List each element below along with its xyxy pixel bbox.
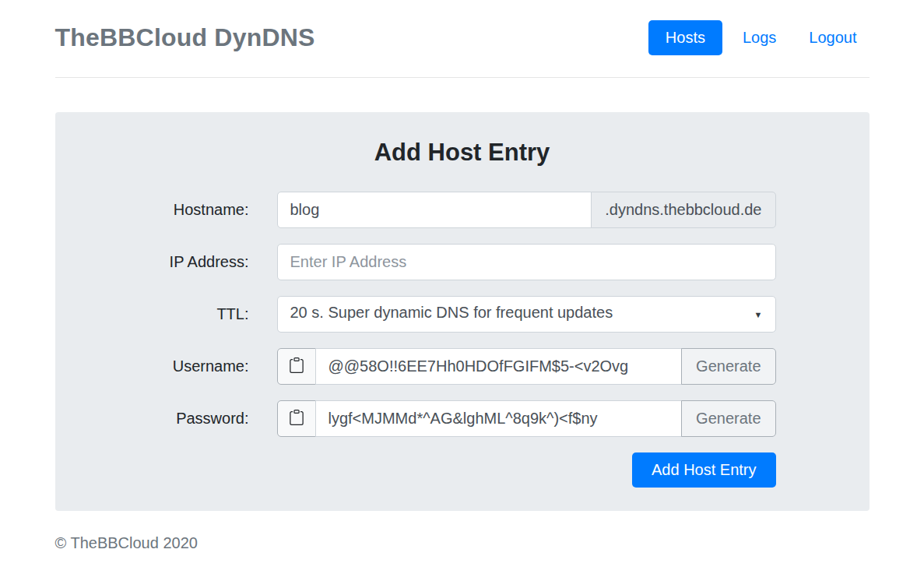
ttl-select[interactable]: 20 s. Super dynamic DNS for frequent upd… [277,296,776,333]
clipboard-icon [289,409,304,428]
hostname-input[interactable] [277,192,592,228]
submit-row: Add Host Entry [55,452,776,488]
clipboard-icon [289,357,304,376]
nav-logs-link[interactable]: Logs [730,20,789,55]
password-row: Password: Generate [55,400,870,437]
password-label: Password: [55,410,277,428]
username-label: Username: [55,357,277,375]
form-title: Add Host Entry [55,139,870,167]
password-control: Generate [277,400,776,437]
password-copy-button[interactable] [277,400,316,437]
nav-hosts-button[interactable]: Hosts [648,20,722,55]
password-generate-button[interactable]: Generate [681,400,775,437]
nav-logout-link[interactable]: Logout [796,20,869,55]
username-generate-button[interactable]: Generate [681,348,775,385]
ip-address-row: IP Address: [55,244,870,280]
app-title: TheBBCloud DynDNS [55,23,315,52]
ttl-label: TTL: [55,305,277,323]
ttl-row: TTL: 20 s. Super dynamic DNS for frequen… [55,296,870,333]
username-control: Generate [277,348,776,385]
password-input[interactable] [315,400,683,437]
ip-address-input[interactable] [277,244,776,280]
username-row: Username: Generate [55,348,870,385]
ip-address-label: IP Address: [55,253,277,271]
hostname-row: Hostname: .dyndns.thebbcloud.de [55,192,870,228]
footer-copyright: © TheBBCloud 2020 [55,534,870,552]
ttl-selected-option: 20 s. Super dynamic DNS for frequent upd… [290,304,613,321]
page-header: TheBBCloud DynDNS Hosts Logs Logout [55,0,870,55]
chevron-down-icon: ▼ [754,310,763,319]
add-host-entry-button[interactable]: Add Host Entry [632,452,776,488]
top-nav: Hosts Logs Logout [648,20,870,55]
hostname-domain-suffix: .dyndns.thebbcloud.de [591,192,775,228]
page-container: TheBBCloud DynDNS Hosts Logs Logout Add … [55,0,870,552]
header-divider [55,77,870,78]
username-copy-button[interactable] [277,348,316,385]
ip-address-control [277,244,776,280]
username-input[interactable] [315,348,683,385]
hostname-control: .dyndns.thebbcloud.de [277,192,776,228]
add-host-card: Add Host Entry Hostname: .dyndns.thebbcl… [55,112,870,511]
ttl-control: 20 s. Super dynamic DNS for frequent upd… [277,296,776,333]
hostname-label: Hostname: [55,201,277,219]
